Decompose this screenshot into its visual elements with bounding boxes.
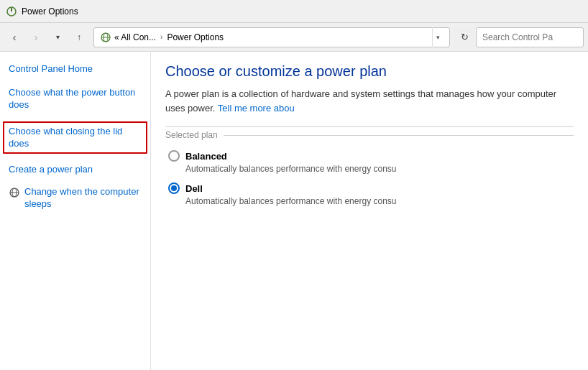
plan-balanced-header: Balanced bbox=[168, 150, 574, 162]
search-input[interactable] bbox=[476, 27, 584, 47]
title-bar: Power Options bbox=[0, 0, 588, 23]
content-description: A power plan is a collection of hardware… bbox=[165, 87, 574, 115]
back-button[interactable]: ‹ bbox=[4, 27, 24, 47]
forward-button[interactable]: › bbox=[26, 27, 46, 47]
sidebar-item-lid[interactable]: Choose what closing the lid does bbox=[3, 121, 147, 154]
change-sleep-icon bbox=[9, 187, 20, 198]
up-button[interactable]: ↑ bbox=[69, 27, 89, 47]
address-bar[interactable]: « All Con... › Power Options ▾ bbox=[93, 27, 450, 47]
power-options-icon bbox=[6, 6, 17, 17]
plan-dell-name: Dell bbox=[185, 183, 203, 194]
plan-balanced: Balanced Automatically balances performa… bbox=[165, 150, 574, 174]
address-all-control: « All Con... bbox=[114, 32, 156, 42]
plan-dell-header: Dell bbox=[168, 182, 574, 194]
sidebar-item-power-button[interactable]: Choose what the power button does bbox=[9, 87, 142, 111]
sidebar-item-create-plan[interactable]: Create a power plan bbox=[9, 164, 142, 176]
refresh-button[interactable]: ↻ bbox=[454, 27, 474, 47]
plan-dell-radio[interactable] bbox=[168, 182, 180, 194]
plan-dell-desc: Automatically balances performance with … bbox=[185, 196, 574, 206]
sidebar: Control Panel Home Choose what the power… bbox=[0, 52, 151, 370]
plan-balanced-name: Balanced bbox=[185, 151, 227, 162]
radio-inner-indicator bbox=[171, 185, 177, 191]
address-bar-icon bbox=[100, 32, 111, 43]
plan-dell: Dell Automatically balances performance … bbox=[165, 182, 574, 206]
selected-plan-label: Selected plan bbox=[165, 126, 574, 140]
content-title: Choose or customize a power plan bbox=[165, 63, 574, 80]
plan-balanced-radio[interactable] bbox=[168, 150, 180, 162]
tell-more-link[interactable]: Tell me more abou bbox=[218, 103, 295, 114]
address-power-options: Power Options bbox=[167, 32, 224, 42]
plan-balanced-desc: Automatically balances performance with … bbox=[185, 164, 574, 174]
main-container: Control Panel Home Choose what the power… bbox=[0, 52, 588, 370]
sidebar-item-change-sleep-container: Change when the computer sleeps bbox=[9, 186, 142, 211]
address-dropdown-btn[interactable]: ▾ bbox=[432, 27, 444, 47]
window-title: Power Options bbox=[22, 6, 78, 17]
nav-bar: ‹ › ▾ ↑ « All Con... › Power Options ▾ ↻ bbox=[0, 23, 588, 52]
content-area: Choose or customize a power plan A power… bbox=[151, 52, 588, 370]
sidebar-item-change-sleep[interactable]: Change when the computer sleeps bbox=[24, 186, 142, 211]
dropdown-button[interactable]: ▾ bbox=[47, 27, 68, 47]
address-separator: › bbox=[160, 33, 162, 41]
sidebar-item-control-panel-home[interactable]: Control Panel Home bbox=[9, 63, 142, 75]
